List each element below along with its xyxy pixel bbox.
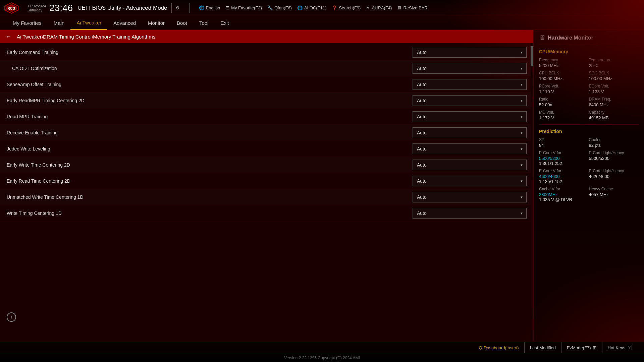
dropdown-0[interactable]: Auto [413,47,527,58]
hw-row-ratio-dram: Ratio 52.00x DRAM Freq. 6400 MHz [539,97,639,107]
dropdown-6[interactable]: Auto [413,143,527,154]
hw-col-cooler: Cooler 82 pts [589,137,639,148]
nav-item-boot[interactable]: Boot [171,16,193,30]
hw-col-ecore-v-for: E-Core V for 4600/4600 1.135/1.152 [539,169,589,184]
toolbar-aioc[interactable]: 🌐 AI OC(F11) [297,5,326,10]
pcore-v-for-value: 1.361/1.252 [539,161,589,166]
ezmode-label: EzMode(F7) [567,345,591,350]
nav-item-ai-tweaker[interactable]: Ai Tweaker [70,16,107,30]
hw-monitor-title: Hardware Monitor [548,35,593,41]
scrollbar-track[interactable] [531,43,533,342]
qdashboard-button[interactable]: Q-Dashboard(Insert) [473,342,524,353]
back-button[interactable]: ← [5,33,11,40]
footer-top: Q-Dashboard(Insert) Last Modified EzMode… [0,342,644,353]
dropdown-10[interactable]: Auto [413,208,527,219]
day-display: Saturday [28,8,46,12]
pcore-lh-value: 5500/5200 [589,156,639,161]
setting-row-5: Receive Enable Training Auto [0,125,533,141]
ecore-volt-label: ECore Volt. [589,84,639,88]
dropdown-7[interactable]: Auto [413,160,527,170]
setting-label-4: Read MPR Training [7,114,413,119]
hw-monitor-header: 🖥 Hardware Monitor [539,34,639,44]
toolbar-qfan[interactable]: 🔧 Qfan(F6) [267,5,292,10]
ratio-label: Ratio [539,97,589,102]
setting-label-0: Early Command Training [7,50,413,55]
temperature-value: 25°C [589,63,639,68]
dropdown-wrapper-0: Auto [413,47,527,58]
hotkeys-icon: ? [627,345,632,350]
hw-row-volts: PCore Volt. 1.110 V ECore Volt. 1.133 V [539,84,639,94]
setting-row-0: Early Command Training Auto [0,44,533,60]
setting-row-6: Jedec Write Leveling Auto [0,141,533,157]
toolbar-myfav[interactable]: ☰ My Favorite(F3) [225,5,262,10]
fan-icon: 🔧 [267,5,273,10]
setting-label-10: Write Timing Centering 1D [7,210,413,216]
toolbar-english[interactable]: 🌐 English [199,5,220,10]
pcore-v-for-label: P-Core V for [539,150,589,155]
dropdown-3[interactable]: Auto [413,95,527,106]
frequency-value: 5200 MHz [539,63,589,68]
dram-freq-label: DRAM Freq. [589,97,639,102]
hw-col-ratio: Ratio 52.00x [539,97,589,107]
setting-label-2: SenseAmp Offset Training [7,82,413,87]
nav-item-monitor[interactable]: Monitor [142,16,171,30]
nav-item-main[interactable]: Main [48,16,71,30]
ecore-volt-value: 1.133 V [589,89,639,94]
ecore-lh-value: 4626/4600 [589,174,639,179]
toolbar-aura[interactable]: ☀ AURA(F4) [366,5,392,10]
pcore-lh-label: P-Core Light/Heavy [589,150,639,155]
globe-icon: 🌐 [199,5,204,10]
sp-label: SP [539,137,589,142]
toolbar-resize[interactable]: 🖥 ReSize BAR [397,5,427,10]
setting-control-0: Auto [413,47,527,58]
header-divider [171,3,172,13]
hw-row-freq-temp: Frequency 5200 MHz Temperature 25°C [539,58,639,68]
nav-item-tool[interactable]: Tool [193,16,215,30]
hw-row-cache-v-for: Cache V for 3800MHz 1.035 V @ DLVR Heavy… [539,187,639,202]
header: ROG 11/02/2024 Saturday 23:46 UEFI BIOS … [0,0,644,16]
hotkeys-button[interactable]: Hot Keys ? [602,342,637,353]
toolbar-search[interactable]: ❓ Search(F9) [332,5,361,10]
setting-row-7: Early Write Time Centering 2D Auto [0,157,533,173]
cooler-value: 82 pts [589,143,639,148]
nav-item-my-favorites[interactable]: My Favorites [7,16,48,30]
nav-item-exit[interactable]: Exit [214,16,235,30]
breadcrumb-text: Ai Tweaker\DRAM Timing Control\Memory Tr… [17,34,155,40]
toolbar-settings[interactable]: ⚙ [176,5,180,10]
time-display: 23:46 [49,3,73,13]
scrollbar-thumb[interactable] [531,46,533,66]
setting-label-5: Receive Enable Training [7,130,413,135]
last-modified-button[interactable]: Last Modified [525,342,561,353]
resize-label: ReSize BAR [403,5,427,10]
pcore-volt-label: PCore Volt. [539,84,589,88]
datetime-area: 11/02/2024 Saturday [28,4,46,12]
navbar: My Favorites Main Ai Tweaker Advanced Mo… [0,16,644,30]
qfan-label: Qfan(F6) [274,5,292,10]
dropdown-8[interactable]: Auto [413,176,527,186]
ezmode-button[interactable]: EzMode(F7) ⊞ [561,342,602,353]
heavy-cache-label: Heavy Cache [589,187,639,191]
soc-bclk-label: SOC BCLK [589,71,639,75]
dropdown-9[interactable]: Auto [413,192,527,202]
nav-item-advanced[interactable]: Advanced [107,16,142,30]
dram-freq-value: 6400 MHz [589,102,639,107]
setting-control-2: Auto [413,79,527,90]
aioc-label: AI OC(F11) [304,5,326,10]
pcore-v-for-freq: 5500/5200 [539,156,589,161]
cache-v-for-value: 1.035 V @ DLVR [539,197,589,202]
setting-label-8: Early Read Time Centering 2D [7,178,413,184]
aura-icon: ☀ [366,5,370,10]
hw-col-ecore-lh: E-Core Light/Heavy 4626/4600 [589,169,639,184]
monitor-icon: 🖥 [539,34,545,41]
settings-icon: ⚙ [176,5,180,10]
bios-title: UEFI BIOS Utility - Advanced Mode [77,5,167,11]
info-button[interactable]: i [7,312,16,322]
hw-row-ecore-v-for: E-Core V for 4600/4600 1.135/1.152 E-Cor… [539,169,639,184]
dropdown-2[interactable]: Auto [413,79,527,90]
setting-row-10: Write Timing Centering 1D Auto [0,205,533,221]
dropdown-1[interactable]: Auto [413,63,527,74]
dropdown-4[interactable]: Auto [413,111,527,122]
ai-icon: 🌐 [297,5,303,10]
setting-control-3: Auto [413,95,527,106]
dropdown-5[interactable]: Auto [413,127,527,138]
